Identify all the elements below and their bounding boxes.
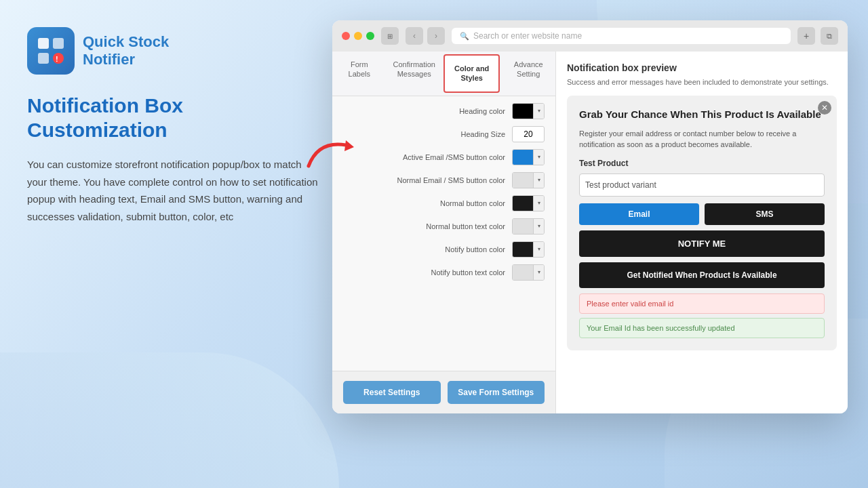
label-heading-color: Heading color <box>343 107 512 115</box>
color-picker-heading[interactable]: ▾ <box>512 103 545 119</box>
color-swatch-notify-btn-text <box>513 265 533 280</box>
input-heading-size[interactable] <box>512 126 545 142</box>
logo-title-line1: Quick Stock <box>83 33 169 51</box>
tab-advance-setting[interactable]: Advance Setting <box>501 52 555 96</box>
color-picker-normal-btn-text[interactable]: ▾ <box>512 218 545 235</box>
get-notified-button[interactable]: Get Notified When Product Is Available <box>579 262 825 288</box>
logo-icon: ! <box>27 27 75 75</box>
label-normal-email-sms: Normal Email / SMS button color <box>343 176 512 184</box>
browser-titlebar: ⊞ ‹ › 🔍 Search or enter website name + <box>332 20 848 52</box>
browser-window: ⊞ ‹ › 🔍 Search or enter website name + <box>332 20 848 413</box>
label-active-email-sms: Active Email /SMS button color <box>343 153 512 161</box>
label-notify-btn-text: Notify button text color <box>343 268 512 277</box>
color-swatch-notify-btn <box>513 242 533 257</box>
forward-button[interactable]: › <box>427 27 445 45</box>
forward-icon: › <box>435 31 437 41</box>
svg-rect-0 <box>38 38 49 49</box>
color-swatch-normal-btn-text <box>513 219 533 234</box>
color-arrow-normal-btn[interactable]: ▾ <box>533 196 544 211</box>
left-panel: ! Quick Stock Notifier Notification Box … <box>27 20 319 225</box>
form-row-normal-btn: Normal button color ▾ <box>343 195 545 211</box>
color-arrow-active-email[interactable]: ▾ <box>533 150 544 165</box>
color-picker-active-email[interactable]: ▾ <box>512 149 545 165</box>
panel-footer: Reset Settings Save Form Settings <box>332 371 555 413</box>
form-row-normal-email-sms: Normal Email / SMS button color ▾ <box>343 172 545 188</box>
form-row-normal-btn-text: Normal button text color ▾ <box>343 218 545 235</box>
label-normal-btn: Normal button color <box>343 199 512 207</box>
tab-switcher-button[interactable]: ⊞ <box>381 27 399 45</box>
logo-svg: ! <box>35 35 66 66</box>
page-description: You can customize storefront notificatio… <box>27 156 319 225</box>
app-content: Form Labels Confirmation Messages Color … <box>332 52 848 413</box>
address-text: Search or enter website name <box>473 31 582 41</box>
copy-icon: ⧉ <box>827 32 832 41</box>
arrow-container <box>305 132 359 176</box>
form-row-heading-size: Heading Size <box>343 126 545 142</box>
logo-area: ! Quick Stock Notifier <box>27 27 319 75</box>
color-picker-normal-email[interactable]: ▾ <box>512 172 545 188</box>
browser-nav: ‹ › <box>406 27 445 45</box>
tab-switcher-icon: ⊞ <box>387 33 393 40</box>
color-arrow-notify-btn-text[interactable]: ▾ <box>533 265 544 280</box>
tab-nav: Form Labels Confirmation Messages Color … <box>332 52 555 96</box>
form-row-heading-color: Heading color ▾ <box>343 103 545 119</box>
logo-title-line2: Notifier <box>83 51 169 68</box>
tab-color-and-styles[interactable]: Color and Styles <box>443 54 500 93</box>
popup-product-title: Test Product <box>579 159 825 168</box>
sms-button[interactable]: SMS <box>705 203 825 225</box>
address-bar[interactable]: 🔍 Search or enter website name <box>452 28 791 44</box>
browser-actions: + ⧉ <box>797 27 838 45</box>
tab-form-labels[interactable]: Form Labels <box>332 52 387 96</box>
color-arrow-normal-btn-text[interactable]: ▾ <box>533 219 544 234</box>
color-arrow-notify-btn[interactable]: ▾ <box>533 242 544 257</box>
arrow-icon <box>305 132 359 173</box>
svg-rect-2 <box>38 53 49 64</box>
preview-title: Notification box preview <box>567 62 837 73</box>
form-row-active-email-sms: Active Email /SMS button color ▾ <box>343 149 545 165</box>
popup-body-text: Register your email address or contact n… <box>579 128 825 150</box>
label-heading-size: Heading Size <box>343 130 512 138</box>
reset-settings-button[interactable]: Reset Settings <box>343 381 441 404</box>
preview-subtitle: Success and error messages have been inc… <box>567 77 837 87</box>
email-button[interactable]: Email <box>579 203 699 225</box>
logo-text: Quick Stock Notifier <box>83 33 169 69</box>
popup-heading: Grab Your Chance When This Product Is Av… <box>579 108 825 121</box>
dot-minimize[interactable] <box>354 32 362 40</box>
success-alert: Your Email Id has been successfully upda… <box>579 318 825 338</box>
back-icon: ‹ <box>413 31 416 41</box>
label-notify-btn: Notify button color <box>343 245 512 253</box>
color-picker-normal-btn[interactable]: ▾ <box>512 195 545 211</box>
svg-rect-1 <box>53 38 64 49</box>
color-picker-notify-btn-text[interactable]: ▾ <box>512 264 545 281</box>
label-normal-btn-text: Normal button text color <box>343 222 512 230</box>
dot-maximize[interactable] <box>366 32 374 40</box>
page-content: ! Quick Stock Notifier Notification Box … <box>0 0 868 488</box>
color-swatch-active-email <box>513 150 533 165</box>
form-body: Heading color ▾ Heading Size Active Emai <box>332 96 555 371</box>
error-alert: Please enter valid email id <box>579 293 825 314</box>
color-arrow-heading[interactable]: ▾ <box>533 104 544 119</box>
settings-panel: Form Labels Confirmation Messages Color … <box>332 52 556 413</box>
back-button[interactable]: ‹ <box>406 27 423 45</box>
product-variant-select[interactable]: Test product variant <box>579 174 825 197</box>
color-arrow-normal-email[interactable]: ▾ <box>533 173 544 188</box>
svg-text:!: ! <box>56 55 58 63</box>
search-icon: 🔍 <box>460 32 469 41</box>
save-form-settings-button[interactable]: Save Form Settings <box>448 381 545 404</box>
preview-panel: Notification box preview Success and err… <box>556 52 848 413</box>
color-swatch-normal-email <box>513 173 533 188</box>
tab-confirmation-messages[interactable]: Confirmation Messages <box>387 52 442 96</box>
color-picker-notify-btn[interactable]: ▾ <box>512 241 545 258</box>
dot-close[interactable] <box>342 32 350 40</box>
new-tab-button[interactable]: + <box>797 27 815 45</box>
email-sms-btn-row: Email SMS <box>579 203 825 225</box>
copy-button[interactable]: ⧉ <box>821 27 838 45</box>
svg-point-3 <box>53 53 64 64</box>
browser-dots <box>342 32 374 40</box>
color-swatch-normal-btn <box>513 196 533 211</box>
notify-me-button[interactable]: NOTIFY ME <box>579 230 825 257</box>
popup-close-button[interactable]: ✕ <box>818 101 831 115</box>
svg-marker-5 <box>344 140 354 151</box>
color-swatch-heading <box>513 104 533 119</box>
page-heading: Notification Box Customization <box>27 94 319 142</box>
